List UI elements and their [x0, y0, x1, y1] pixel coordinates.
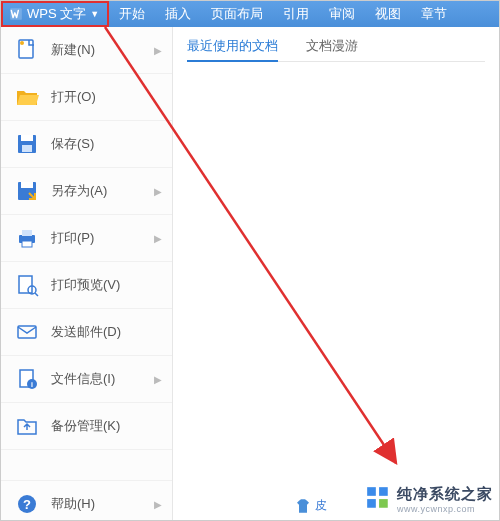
ribbon-bar: WPS 文字 ▼ 开始 插入 页面布局 引用 审阅 视图 章节 [1, 1, 499, 27]
ribbon-tab-page-layout[interactable]: 页面布局 [201, 1, 273, 27]
backup-icon [15, 414, 39, 438]
save-icon [15, 132, 39, 156]
backstage-sidebar: 新建(N) ▶ 打开(O) 保存(S) 另存为(A) ▶ [1, 27, 173, 520]
app-menu-button[interactable]: WPS 文字 ▼ [1, 1, 109, 27]
tab-recent-documents[interactable]: 最近使用的文档 [187, 37, 278, 62]
svg-rect-22 [379, 487, 388, 496]
menu-label: 文件信息(I) [51, 370, 150, 388]
svg-rect-5 [22, 145, 32, 152]
chevron-down-icon: ▼ [90, 9, 99, 19]
wps-logo-icon [9, 7, 23, 21]
menu-item-save[interactable]: 保存(S) [1, 121, 172, 168]
svg-rect-21 [367, 487, 376, 496]
svg-rect-7 [21, 182, 33, 188]
watermark-name: 纯净系统之家 [397, 485, 493, 504]
save-as-icon [15, 179, 39, 203]
svg-rect-24 [379, 499, 388, 508]
menu-item-print[interactable]: 打印(P) ▶ [1, 215, 172, 262]
menu-label: 打印(P) [51, 229, 150, 247]
chevron-right-icon: ▶ [154, 45, 162, 56]
mail-icon [15, 320, 39, 344]
svg-text:?: ? [23, 497, 31, 512]
menu-label: 打印预览(V) [51, 276, 162, 294]
svg-rect-14 [18, 326, 36, 338]
menu-item-new[interactable]: 新建(N) ▶ [1, 27, 172, 74]
file-new-icon [15, 38, 39, 62]
menu-label: 发送邮件(D) [51, 323, 162, 341]
svg-rect-10 [22, 241, 32, 247]
svg-text:i: i [31, 381, 33, 388]
tshirt-icon [295, 498, 311, 514]
svg-point-2 [20, 41, 24, 45]
svg-rect-11 [19, 276, 32, 293]
menu-item-file-info[interactable]: i 文件信息(I) ▶ [1, 356, 172, 403]
folder-open-icon [15, 85, 39, 109]
menu-item-save-as[interactable]: 另存为(A) ▶ [1, 168, 172, 215]
skin-button[interactable]: 皮 [295, 497, 327, 514]
help-icon: ? [15, 492, 39, 516]
svg-rect-4 [21, 135, 33, 141]
svg-rect-23 [367, 499, 376, 508]
chevron-right-icon: ▶ [154, 374, 162, 385]
ribbon-tab-references[interactable]: 引用 [273, 1, 319, 27]
menu-label: 打开(O) [51, 88, 162, 106]
watermark-url: www.ycwnxp.com [397, 504, 493, 514]
print-icon [15, 226, 39, 250]
watermark-logo-icon [365, 485, 391, 514]
menu-label: 帮助(H) [51, 495, 150, 513]
content-tabs: 最近使用的文档 文档漫游 [187, 37, 485, 62]
ribbon-tab-view[interactable]: 视图 [365, 1, 411, 27]
chevron-right-icon: ▶ [154, 186, 162, 197]
menu-item-backup[interactable]: 备份管理(K) [1, 403, 172, 450]
watermark: 纯净系统之家 www.ycwnxp.com [365, 485, 493, 514]
menu-item-print-preview[interactable]: 打印预览(V) [1, 262, 172, 309]
print-preview-icon [15, 273, 39, 297]
menu-label: 另存为(A) [51, 182, 150, 200]
skin-label: 皮 [315, 497, 327, 514]
chevron-right-icon: ▶ [154, 499, 162, 510]
svg-line-13 [35, 293, 38, 296]
chevron-right-icon: ▶ [154, 233, 162, 244]
menu-label: 新建(N) [51, 41, 150, 59]
menu-item-send-mail[interactable]: 发送邮件(D) [1, 309, 172, 356]
ribbon-tab-start[interactable]: 开始 [109, 1, 155, 27]
menu-label: 保存(S) [51, 135, 162, 153]
ribbon-tab-review[interactable]: 审阅 [319, 1, 365, 27]
menu-label: 备份管理(K) [51, 417, 162, 435]
menu-item-open[interactable]: 打开(O) [1, 74, 172, 121]
file-info-icon: i [15, 367, 39, 391]
ribbon-tab-insert[interactable]: 插入 [155, 1, 201, 27]
content-pane: 最近使用的文档 文档漫游 [173, 27, 499, 520]
ribbon-tab-sections[interactable]: 章节 [411, 1, 457, 27]
menu-item-help[interactable]: ? 帮助(H) ▶ [1, 480, 172, 521]
svg-rect-9 [22, 230, 32, 236]
tab-document-roaming[interactable]: 文档漫游 [306, 37, 358, 55]
app-title-text: WPS 文字 [27, 5, 86, 23]
